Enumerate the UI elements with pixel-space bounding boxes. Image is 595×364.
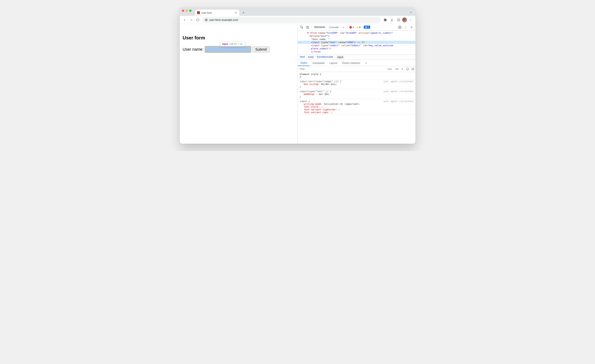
tabs-overflow[interactable]: »: [363, 60, 369, 66]
form-row: User name: Submit: [183, 46, 295, 52]
css-rule[interactable]: user agent stylesheetinput:not([type="im…: [298, 79, 415, 89]
css-rule[interactable]: element.style {}: [298, 72, 415, 79]
close-window-button[interactable]: [182, 10, 184, 12]
extensions-button[interactable]: [382, 17, 388, 23]
rule-close: }: [300, 86, 414, 88]
tab-styles[interactable]: Styles: [298, 60, 310, 66]
styles-filter-input[interactable]: [298, 68, 386, 70]
close-tab-button[interactable]: ✕: [235, 11, 238, 14]
dom-node-form-close[interactable]: </form>: [298, 50, 415, 53]
toggle-rendering-button[interactable]: [410, 66, 415, 72]
css-declaration[interactable]: font-variant-caps: ;: [300, 111, 414, 114]
tab-title: User form: [201, 11, 233, 14]
issues-badge[interactable]: ▤ 2: [364, 26, 370, 29]
breadcrumb-html[interactable]: html: [300, 56, 305, 59]
css-rule[interactable]: user agent stylesheetinput {writing-mode…: [298, 99, 415, 114]
svg-point-10: [405, 26, 406, 26]
dom-node-input-submit-2[interactable]: plete_submit">: [298, 47, 415, 50]
styles-filter-row: :hov .cls: [298, 66, 415, 72]
svg-rect-19: [412, 68, 414, 70]
rule-origin: user agent stylesheet: [383, 100, 413, 103]
breadcrumb-body[interactable]: body: [308, 56, 314, 59]
css-rules: element.style {}user agent stylesheetinp…: [298, 72, 415, 144]
dom-node-form-open-2[interactable]: method="post">: [298, 35, 415, 38]
url-text: user-form.example.com: [209, 18, 238, 21]
tab-elements[interactable]: Elements: [313, 24, 327, 30]
dom-breadcrumbs: html body form#form300 input: [298, 55, 415, 60]
username-label: User name:: [183, 47, 204, 52]
tab-layout[interactable]: Layout: [327, 60, 340, 66]
side-panel-button[interactable]: [396, 17, 401, 23]
content-area: User form input 146.67 × 21 User name: S…: [180, 24, 415, 144]
address-bar[interactable]: user-form.example.com: [203, 17, 381, 23]
devtools-panel: Elements Console » ✕ 1 ▲ 4 ▤ 2: [298, 24, 415, 144]
inspect-element-button[interactable]: [299, 24, 305, 30]
tooltip-dimensions: 146.67 × 21: [229, 43, 243, 45]
dom-node-input-submit[interactable]: <input type="submit" value="Submit" id="…: [298, 44, 415, 47]
tab-computed[interactable]: Computed: [310, 60, 327, 66]
styles-tab-strip: Styles Computed Layout Event Listeners »: [298, 60, 415, 66]
maximize-window-button[interactable]: [189, 10, 191, 12]
errors-badge[interactable]: ✕ 1: [348, 26, 355, 29]
device-styles-button[interactable]: [405, 66, 410, 72]
svg-rect-1: [397, 19, 400, 21]
css-declaration[interactable]: box-sizing: border-box;: [300, 83, 414, 86]
error-icon: ✕: [349, 26, 352, 29]
devtools-close-button[interactable]: [409, 24, 414, 30]
breadcrumb-input[interactable]: input: [336, 56, 344, 59]
profile-avatar[interactable]: [402, 17, 407, 22]
dom-tree[interactable]: ▼<form name="form300" id="form300" actio…: [298, 31, 415, 55]
dom-node-form-open[interactable]: ▼<form name="form300" id="form300" actio…: [298, 31, 415, 35]
css-declaration[interactable]: font-variant-ligatures: ;: [300, 108, 414, 111]
css-declaration[interactable]: writing-mode: horizontal-tb !important;: [300, 103, 414, 105]
browser-toolbar: user-form.example.com: [180, 16, 415, 24]
breadcrumb-form[interactable]: form#form300: [317, 56, 333, 59]
rule-origin: user agent stylesheet: [383, 90, 413, 93]
tabs-overflow-button[interactable]: »: [341, 24, 346, 30]
new-tab-button[interactable]: ＋: [241, 10, 246, 15]
inspect-tooltip: input 146.67 × 21: [220, 42, 245, 46]
username-input[interactable]: [205, 46, 251, 52]
rule-close: }: [300, 95, 414, 98]
tooltip-tag: input: [222, 43, 228, 45]
devtools-settings-button[interactable]: [397, 24, 403, 30]
browser-tab[interactable]: User form ✕: [195, 10, 239, 16]
forward-button[interactable]: [188, 17, 194, 23]
css-declaration[interactable]: padding: ▸1px 2px;: [300, 93, 414, 95]
cls-toggle[interactable]: .cls: [393, 68, 400, 70]
window-controls: [182, 7, 195, 16]
svg-point-11: [405, 27, 406, 27]
page-heading: User form: [183, 35, 295, 41]
dom-text-node[interactable]: "User name: ": [298, 38, 415, 41]
devtools-menu-button[interactable]: [403, 24, 408, 30]
back-button[interactable]: [182, 17, 187, 23]
dom-node-input-selected[interactable]: <input type="text" name="n300"> == $0: [298, 41, 415, 44]
rendered-page: User form input 146.67 × 21 User name: S…: [180, 24, 298, 144]
css-declaration[interactable]: font-style: ;: [300, 105, 414, 108]
browser-window: User form ✕ ＋ user-form.example.com: [180, 7, 415, 144]
minimize-window-button[interactable]: [186, 10, 188, 12]
new-style-rule-button[interactable]: [400, 66, 405, 72]
tab-console[interactable]: Console: [327, 24, 340, 30]
reload-button[interactable]: [195, 17, 201, 23]
svg-point-5: [410, 21, 411, 21]
warnings-badge[interactable]: ▲ 4: [355, 26, 361, 29]
issues-count: 2: [368, 26, 369, 29]
warning-icon: ▲: [356, 26, 359, 29]
svg-point-12: [405, 28, 406, 28]
hov-toggle[interactable]: :hov: [386, 68, 393, 70]
svg-point-3: [410, 19, 411, 19]
svg-point-9: [399, 27, 400, 28]
submit-button[interactable]: Submit: [253, 47, 269, 52]
tab-event-listeners[interactable]: Event Listeners: [340, 60, 363, 66]
tabs-dropdown-button[interactable]: [408, 10, 413, 15]
css-rule[interactable]: user agent stylesheetinput[type="text" i…: [298, 89, 415, 99]
favicon-icon: [197, 11, 200, 14]
downloads-button[interactable]: [389, 17, 395, 23]
devtools-toolbar: Elements Console » ✕ 1 ▲ 4 ▤ 2: [298, 24, 415, 31]
errors-count: 1: [353, 26, 354, 29]
browser-menu-button[interactable]: [408, 17, 414, 23]
rule-origin: user agent stylesheet: [383, 80, 413, 83]
rule-selector[interactable]: element.style {: [300, 73, 414, 76]
device-toolbar-button[interactable]: [305, 24, 310, 30]
